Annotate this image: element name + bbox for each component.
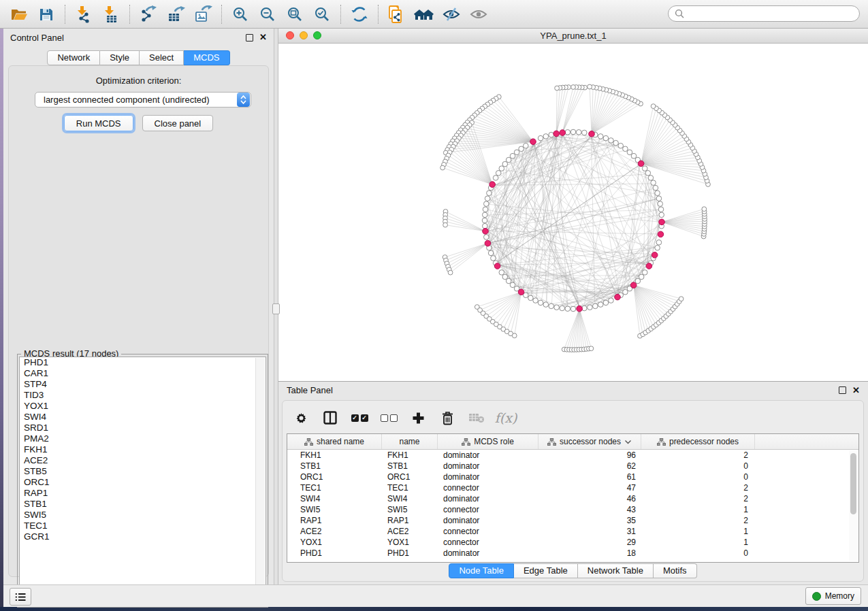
mcds-list-scrollbar[interactable] (255, 358, 265, 604)
table-scrollbar-thumb[interactable] (850, 453, 856, 514)
zoom-fit-icon[interactable] (284, 4, 306, 24)
network-graph[interactable] (278, 44, 868, 381)
deselect-all-icon[interactable] (380, 409, 398, 427)
float-window-icon[interactable] (246, 34, 253, 42)
table-scrollbar[interactable] (849, 450, 858, 561)
cell-MCDS-role: dominator (438, 548, 539, 558)
search-input[interactable] (688, 8, 853, 19)
tab-network[interactable]: Network (47, 50, 100, 65)
mcds-result-item[interactable]: ACE2 (20, 455, 266, 466)
network-canvas[interactable] (278, 44, 868, 381)
table-row[interactable]: STB1STB1dominator620 (287, 461, 858, 472)
add-column-icon[interactable] (409, 409, 427, 427)
tab-select[interactable]: Select (140, 50, 184, 65)
mcds-result-item[interactable]: STP4 (20, 379, 266, 390)
network-window-titlebar[interactable]: YPA_prune.txt_1 (278, 29, 868, 44)
mcds-result-item[interactable]: SWI5 (20, 510, 266, 521)
import-network-icon[interactable] (73, 4, 95, 24)
table-row[interactable]: SWI5SWI5connector431 (287, 504, 858, 515)
mcds-result-item[interactable]: GCR1 (20, 531, 266, 542)
cell-name: SWI5 (382, 505, 438, 514)
mcds-result-item[interactable]: TID3 (20, 390, 266, 401)
table-tab-node-table[interactable]: Node Table (449, 563, 514, 578)
window-zoom-icon[interactable] (313, 31, 321, 39)
table-tab-motifs[interactable]: Motifs (654, 563, 697, 578)
mcds-result-item[interactable]: RAP1 (20, 488, 266, 499)
column-header-name[interactable]: name (382, 434, 438, 449)
cell-shared-name: RAP1 (287, 516, 382, 525)
cell-successor-nodes: 35 (539, 516, 641, 525)
cell-predecessor-nodes: 1 (641, 505, 755, 514)
mcds-result-item[interactable]: CAR1 (20, 368, 266, 379)
mcds-result-item[interactable]: ORC1 (20, 477, 266, 488)
table-row[interactable]: ACE2ACE2connector311 (287, 526, 858, 537)
duplicate-network-icon[interactable] (386, 4, 408, 24)
mcds-result-item[interactable]: STB5 (20, 466, 266, 477)
table-row[interactable]: RAP1RAP1dominator352 (287, 515, 858, 526)
column-header-MCDS-role[interactable]: MCDS role (438, 434, 539, 449)
table-row[interactable]: YOX1YOX1connector291 (287, 537, 858, 548)
column-header-successor-nodes[interactable]: successor nodes (539, 434, 641, 449)
tab-style[interactable]: Style (100, 50, 140, 65)
table-row[interactable]: FKH1FKH1dominator962 (287, 450, 858, 461)
criterion-select[interactable]: largest connected component (undirected) (35, 92, 251, 108)
mcds-result-item[interactable]: TEC1 (20, 521, 266, 531)
zoom-out-icon[interactable] (257, 4, 278, 24)
mcds-result-list[interactable]: PHD1CAR1STP4TID3YOX1SWI4SRD1PMA2FKH1ACE2… (19, 357, 266, 606)
export-table-icon[interactable] (165, 4, 187, 24)
function-builder-icon-disabled: f(x) (497, 409, 515, 427)
delete-column-icon[interactable] (438, 409, 456, 427)
table-row[interactable]: PHD1PHD1dominator180 (287, 548, 858, 559)
select-all-icon[interactable]: ✓✓ (351, 409, 368, 427)
cell-shared-name: STB1 (287, 461, 382, 471)
close-panel-button[interactable]: Close panel (142, 115, 214, 131)
window-close-icon[interactable] (286, 31, 294, 39)
export-network-icon[interactable] (138, 4, 159, 24)
tab-mcds[interactable]: MCDS (184, 50, 229, 65)
mcds-result-item[interactable]: SWI4 (20, 412, 266, 423)
optimization-criterion-label: Optimization criterion: (9, 76, 268, 86)
cell-successor-nodes: 96 (539, 450, 641, 460)
window-minimize-icon[interactable] (300, 31, 308, 39)
cell-predecessor-nodes: 2 (641, 494, 755, 503)
cell-shared-name: FKH1 (287, 450, 382, 460)
refresh-icon[interactable] (349, 4, 370, 24)
cell-successor-nodes: 47 (539, 483, 641, 493)
zoom-selected-icon[interactable] (311, 4, 333, 24)
column-header-predecessor-nodes[interactable]: predecessor nodes (641, 434, 755, 449)
close-panel-icon[interactable]: ✕ (852, 387, 860, 394)
run-mcds-button[interactable]: Run MCDS (64, 115, 133, 131)
search-field[interactable] (668, 5, 860, 22)
open-session-icon[interactable] (8, 4, 30, 24)
mcds-result-item[interactable]: SRD1 (20, 423, 266, 433)
gear-icon[interactable] (292, 409, 310, 427)
column-header-shared-name[interactable]: shared name (287, 434, 382, 449)
table-row[interactable]: SWI4SWI4dominator462 (287, 493, 858, 504)
cell-shared-name: YOX1 (287, 538, 382, 547)
cell-shared-name: SWI5 (287, 505, 382, 514)
status-bar: Memory (3, 584, 868, 607)
cell-shared-name: ORC1 (287, 472, 382, 482)
table-row[interactable]: ORC1ORC1dominator610 (287, 472, 858, 482)
hide-graphics-details-icon[interactable] (440, 4, 462, 24)
table-tab-edge-table[interactable]: Edge Table (514, 563, 578, 578)
close-panel-icon[interactable]: ✕ (259, 34, 267, 41)
column-layout-icon[interactable] (321, 409, 339, 427)
splitter-grip[interactable] (272, 303, 280, 314)
mcds-result-item[interactable]: FKH1 (20, 444, 266, 455)
mcds-result-item[interactable]: PMA2 (20, 433, 266, 444)
show-panels-button[interactable] (10, 588, 31, 606)
mcds-result-item[interactable]: PHD1 (20, 357, 266, 368)
mcds-result-item[interactable]: YOX1 (20, 401, 266, 412)
table-row[interactable]: TEC1TEC1connector472 (287, 482, 858, 493)
zoom-in-icon[interactable] (229, 4, 251, 24)
first-neighbors-icon[interactable] (413, 4, 435, 24)
table-tab-network-table[interactable]: Network Table (578, 563, 654, 578)
save-session-icon[interactable] (35, 4, 57, 24)
show-graphics-details-icon[interactable] (468, 4, 489, 24)
export-image-icon[interactable] (192, 4, 214, 24)
float-window-icon[interactable] (839, 386, 846, 394)
memory-button[interactable]: Memory (805, 587, 861, 605)
mcds-result-item[interactable]: STB1 (20, 499, 266, 510)
import-table-icon[interactable] (100, 4, 122, 24)
